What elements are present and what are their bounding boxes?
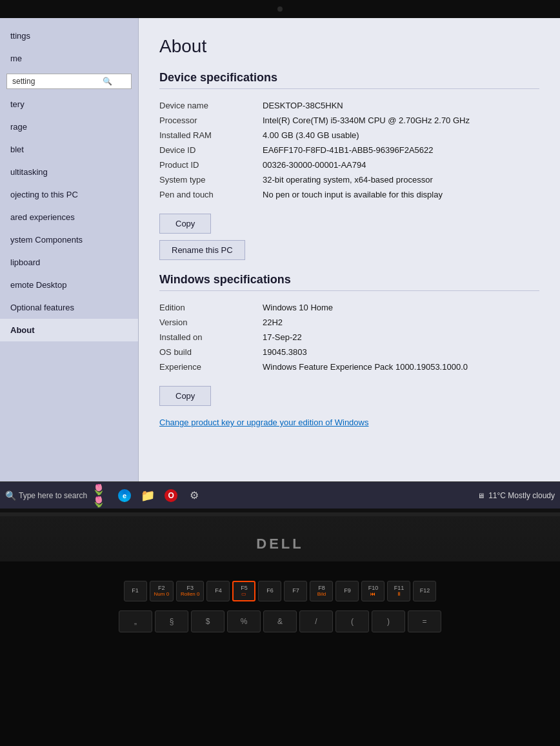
key-equals[interactable]: = [408, 610, 441, 632]
sidebar-item-multitasking[interactable]: ultitasking [0, 161, 138, 183]
spec-row-device-id: Device ID EA6FF170-F8FD-41B1-ABB5-96396F… [159, 143, 539, 157]
key-f10[interactable]: F10 ⏮ [361, 581, 385, 601]
spec-label-ram: Installed RAM [159, 130, 263, 140]
sidebar-search-input[interactable] [12, 77, 103, 86]
key-f5[interactable]: F5 ▭ [232, 581, 255, 601]
spec-row-edition: Edition Windows 10 Home [159, 300, 539, 315]
main-content: About Device specifications Device name … [139, 18, 560, 481]
sidebar-item-tablet[interactable]: blet [0, 138, 138, 161]
sidebar: ttings me 🔍 tery rage blet [0, 18, 139, 481]
page-title: About [159, 36, 539, 57]
key-f12[interactable]: F12 [413, 581, 436, 601]
spec-value-product-id: 00326-30000-00001-AA794 [263, 160, 539, 170]
sidebar-item-about[interactable]: About [0, 319, 138, 341]
key-f3[interactable]: F3 Rollen 0 [176, 581, 204, 601]
key-f6[interactable]: F6 [258, 581, 281, 601]
sidebar-item-storage[interactable]: rage [0, 116, 138, 138]
sidebar-item-clipboard[interactable]: lipboard [0, 251, 138, 274]
laptop-screen-frame: ttings me 🔍 tery rage blet [0, 0, 560, 516]
key-quote[interactable]: „ [119, 610, 152, 632]
key-dollar[interactable]: $ [191, 610, 225, 632]
spec-label-os-build: OS build [159, 347, 263, 357]
taskbar-file-icon[interactable]: 📁 [139, 487, 157, 505]
dell-logo: DELL [256, 536, 303, 552]
product-key-link[interactable]: Change product key or upgrade your editi… [159, 418, 368, 427]
sidebar-item-home[interactable]: me [0, 47, 138, 70]
spec-label-device-id: Device ID [159, 145, 263, 155]
keyboard-row-fn: F1 F2 Num 0 F3 Rollen 0 F4 F5 ▭ F6 F7 F8… [0, 561, 560, 604]
spec-row-experience: Experience Windows Feature Experience Pa… [159, 359, 539, 374]
spec-label-pen-touch: Pen and touch [159, 190, 263, 199]
spec-value-ram: 4.00 GB (3.40 GB usable) [263, 130, 539, 140]
spec-value-pen-touch: No pen or touch input is available for t… [263, 190, 539, 199]
spec-label-experience: Experience [159, 362, 263, 372]
sidebar-item-remote-desktop[interactable]: emote Desktop [0, 274, 138, 296]
spec-label-installed-on: Installed on [159, 332, 263, 342]
key-f8[interactable]: F8 Bild [310, 581, 333, 601]
spec-label-device-name: Device name [159, 101, 263, 110]
spec-value-version: 22H2 [263, 318, 539, 327]
spec-row-installed-on: Installed on 17-Sep-22 [159, 330, 539, 345]
spec-label-product-id: Product ID [159, 160, 263, 170]
rename-pc-button[interactable]: Rename this PC [159, 240, 245, 260]
key-f2[interactable]: F2 Num 0 [150, 581, 174, 601]
spec-row-version: Version 22H2 [159, 315, 539, 330]
key-f7[interactable]: F7 [284, 581, 307, 601]
device-specs-title: Device specifications [159, 71, 539, 89]
spec-value-os-build: 19045.3803 [263, 347, 539, 357]
spec-value-processor: Intel(R) Core(TM) i5-3340M CPU @ 2.70GHz… [263, 116, 539, 125]
spec-row-processor: Processor Intel(R) Core(TM) i5-3340M CPU… [159, 113, 539, 128]
taskbar-icons: 🌷🌷 e 📁 O ⚙ [92, 487, 203, 505]
search-icon[interactable]: 🔍 [103, 77, 112, 86]
taskbar-right: 🖥 11°C Mostly cloudy [477, 491, 555, 500]
sidebar-item-system-components[interactable]: ystem Components [0, 228, 138, 251]
key-percent[interactable]: % [227, 610, 261, 632]
sidebar-item-projecting[interactable]: ojecting to this PC [0, 183, 138, 206]
keyboard-row-symbols: „ § $ % & / ( ) = [0, 608, 560, 635]
spec-value-installed-on: 17-Sep-22 [263, 332, 539, 342]
key-close-paren[interactable]: ) [372, 610, 405, 632]
spec-value-device-name: DESKTOP-38C5HKN [263, 101, 539, 110]
device-copy-button[interactable]: Copy [159, 214, 211, 234]
key-f11[interactable]: F11 ⏸ [387, 581, 410, 601]
spec-row-device-name: Device name DESKTOP-38C5HKN [159, 98, 539, 113]
sidebar-search-box[interactable]: 🔍 [6, 74, 132, 89]
key-slash[interactable]: / [299, 610, 333, 632]
taskbar-weather: 11°C Mostly cloudy [488, 491, 555, 500]
spec-value-device-id: EA6FF170-F8FD-41B1-ABB5-96396F2A5622 [263, 145, 539, 155]
sidebar-item-optional-features[interactable]: Optional features [0, 296, 138, 319]
spec-label-system-type: System type [159, 175, 263, 185]
key-open-paren[interactable]: ( [335, 610, 369, 632]
keyboard-area: F1 F2 Num 0 F3 Rollen 0 F4 F5 ▭ F6 F7 F8… [0, 561, 560, 746]
taskbar-gear-icon[interactable]: ⚙ [185, 487, 203, 505]
taskbar-search-icon: 🔍 [5, 490, 16, 501]
sidebar-item-shared[interactable]: ared experiences [0, 206, 138, 228]
windows-spec-table: Edition Windows 10 Home Version 22H2 Ins… [159, 300, 539, 374]
taskbar-search-text[interactable]: Type here to search [19, 491, 87, 500]
windows-copy-button[interactable]: Copy [159, 386, 211, 406]
spec-label-edition: Edition [159, 303, 263, 312]
spec-row-product-id: Product ID 00326-30000-00001-AA794 [159, 157, 539, 172]
windows-area: ttings me 🔍 tery rage blet [0, 18, 560, 481]
spec-value-system-type: 32-bit operating system, x64-based proce… [263, 175, 539, 185]
windows-specs-title: Windows specifications [159, 273, 539, 291]
taskbar-tulip-icon[interactable]: 🌷🌷 [92, 487, 110, 505]
sidebar-item-settings[interactable]: ttings [0, 25, 138, 47]
spec-label-version: Version [159, 318, 263, 327]
taskbar: 🔍 Type here to search 🌷🌷 e 📁 O ⚙ [0, 481, 560, 509]
key-f1[interactable]: F1 [124, 581, 147, 601]
key-ampersand[interactable]: & [263, 610, 297, 632]
key-f9[interactable]: F9 [335, 581, 359, 601]
sidebar-item-battery[interactable]: tery [0, 93, 138, 116]
spec-row-pen-touch: Pen and touch No pen or touch input is a… [159, 187, 539, 202]
key-f4[interactable]: F4 [206, 581, 230, 601]
spec-row-os-build: OS build 19045.3803 [159, 345, 539, 359]
webcam-dot [277, 6, 283, 12]
taskbar-monitor-icon: 🖥 [477, 492, 485, 499]
key-paragraph[interactable]: § [155, 610, 188, 632]
spec-row-ram: Installed RAM 4.00 GB (3.40 GB usable) [159, 128, 539, 143]
spec-value-experience: Windows Feature Experience Pack 1000.190… [263, 362, 539, 372]
taskbar-edge-icon[interactable]: e [115, 487, 134, 505]
spec-value-edition: Windows 10 Home [263, 303, 539, 312]
taskbar-opera-icon[interactable]: O [162, 487, 180, 505]
